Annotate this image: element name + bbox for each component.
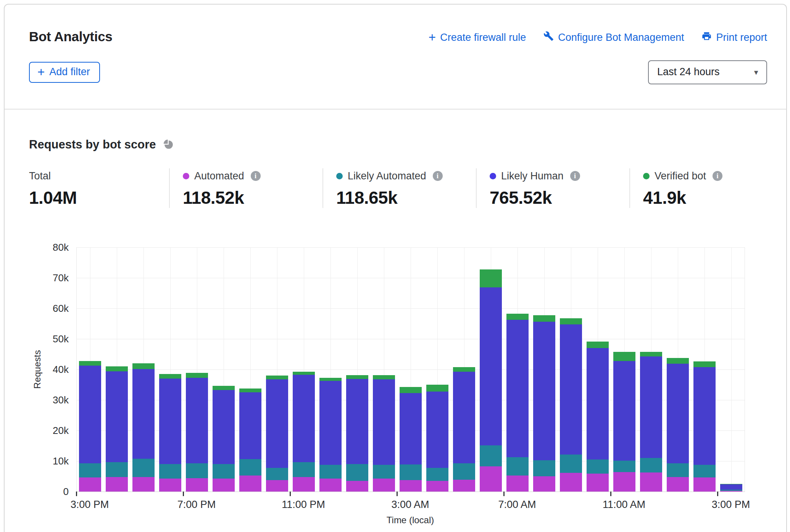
stacked-bar-500am[interactable] <box>453 367 475 492</box>
bar-segment-likely-human <box>132 369 155 458</box>
bar-slot <box>317 247 344 492</box>
requests-stacked-bar-chart: Requests 010k20k30k40k50k60k70k80k 3:00 … <box>29 223 767 529</box>
stat-likely-automated-value: 118.65k <box>336 187 476 208</box>
stacked-bar-1000am[interactable] <box>587 342 609 492</box>
stacked-bar-1100am[interactable] <box>613 352 635 492</box>
add-filter-button[interactable]: + Add filter <box>29 62 100 83</box>
stat-automated-label: Automated <box>194 170 244 182</box>
bar-segment-verified-bot <box>132 363 155 369</box>
bar-slot <box>264 247 290 492</box>
bar-segment-likely-automated <box>346 464 368 481</box>
printer-icon <box>701 31 712 44</box>
stacked-bar-500pm[interactable] <box>132 363 155 492</box>
time-range-dropdown[interactable]: Last 24 hours ▼ <box>648 60 767 84</box>
x-tick-label: 7:00 AM <box>498 499 536 511</box>
stacked-bar-200am[interactable] <box>373 375 395 492</box>
plus-icon: + <box>37 68 45 77</box>
add-filter-label: Add filter <box>49 66 90 78</box>
stacked-bar-200pm[interactable] <box>693 361 716 492</box>
bar-segment-likely-human <box>159 379 181 464</box>
stacked-bar-300am[interactable] <box>400 387 422 492</box>
stacked-bar-1100pm[interactable] <box>293 372 315 492</box>
stacked-bar-100am[interactable] <box>346 375 368 492</box>
stacked-bar-400pm[interactable] <box>106 366 128 492</box>
bar-segment-verified-bot <box>186 373 208 378</box>
bar-segment-likely-automated <box>560 455 582 473</box>
x-tick <box>717 492 718 496</box>
bar-segment-verified-bot <box>613 352 635 361</box>
x-tick <box>183 492 184 496</box>
bar-segment-verified-bot <box>667 358 689 364</box>
x-tick-label: 11:00 PM <box>282 499 325 511</box>
y-tick-label: 50k <box>53 333 69 345</box>
info-icon[interactable]: i <box>713 171 722 181</box>
bar-segment-likely-human <box>720 484 742 490</box>
bar-segment-likely-automated <box>319 465 342 479</box>
info-icon[interactable]: i <box>433 171 443 181</box>
stacked-bar-600am[interactable] <box>480 269 502 492</box>
stacked-bar-600pm[interactable] <box>159 374 181 492</box>
stacked-bar-700pm[interactable] <box>186 373 208 492</box>
bar-segment-likely-human <box>400 393 422 464</box>
bar-segment-likely-human <box>79 366 101 464</box>
stacked-bar-800am[interactable] <box>533 315 555 492</box>
bar-segment-automated <box>213 479 235 492</box>
bar-segment-likely-human <box>667 364 689 464</box>
bar-segment-automated <box>106 477 128 492</box>
bar-segment-verified-bot <box>693 361 716 367</box>
stacked-bar-300pm[interactable] <box>720 484 742 492</box>
stats-row: Total 1.04M Automated i 118.52k Likely A… <box>29 168 767 208</box>
stacked-bar-1000pm[interactable] <box>266 376 288 492</box>
stacked-bar-900am[interactable] <box>560 318 582 492</box>
stacked-bar-800pm[interactable] <box>213 386 235 492</box>
x-tick-label: 11:00 AM <box>603 499 645 511</box>
bar-slot <box>664 247 691 492</box>
info-icon[interactable]: i <box>251 171 261 181</box>
bar-segment-automated <box>667 477 689 492</box>
y-tick-label: 40k <box>53 364 69 376</box>
chevron-down-icon: ▼ <box>753 67 759 77</box>
print-report-link[interactable]: Print report <box>701 31 767 44</box>
bar-segment-likely-human <box>426 392 448 468</box>
bar-slot <box>611 247 638 492</box>
bar-slot <box>504 247 531 492</box>
configure-bot-management-link[interactable]: Configure Bot Management <box>543 31 684 44</box>
bar-segment-likely-human <box>373 379 395 465</box>
bar-segment-verified-bot <box>79 361 101 365</box>
bar-segment-likely-human <box>266 379 288 468</box>
print-report-label: Print report <box>716 32 767 44</box>
stacked-bar-1200am[interactable] <box>319 378 342 492</box>
section-title: Requests by bot score <box>29 138 156 152</box>
bar-segment-verified-bot <box>373 375 395 379</box>
bar-segment-automated <box>159 479 181 492</box>
stat-verified-bot: Verified bot i 41.9k <box>629 168 783 208</box>
stacked-bar-700am[interactable] <box>506 314 529 492</box>
bar-segment-automated <box>480 466 502 492</box>
page-title: Bot Analytics <box>29 29 112 44</box>
stacked-bar-1200pm[interactable] <box>640 352 662 492</box>
bar-segment-likely-automated <box>667 463 689 477</box>
info-icon[interactable]: i <box>570 171 580 181</box>
stat-total-label: Total <box>29 170 51 182</box>
bar-segment-likely-automated <box>266 468 288 480</box>
y-tick-label: 80k <box>53 242 69 253</box>
stacked-bar-900pm[interactable] <box>239 389 261 492</box>
x-tick <box>397 492 398 496</box>
bar-segment-likely-human <box>480 287 502 445</box>
bar-segment-verified-bot <box>159 374 181 379</box>
bar-segment-likely-automated <box>587 459 609 474</box>
bar-segment-automated <box>239 476 261 492</box>
stacked-bar-100pm[interactable] <box>667 358 689 492</box>
bar-slot <box>424 247 451 492</box>
create-firewall-rule-link[interactable]: + Create firewall rule <box>429 31 526 44</box>
stacked-bar-400am[interactable] <box>426 385 448 492</box>
bar-segment-likely-human <box>640 356 662 458</box>
bar-segment-likely-human <box>693 367 716 465</box>
bar-slot <box>371 247 397 492</box>
bar-segment-likely-human <box>106 371 128 462</box>
bar-segment-verified-bot <box>400 387 422 393</box>
stacked-bar-300pm[interactable] <box>79 361 101 492</box>
bar-segment-automated <box>587 474 609 492</box>
x-tick <box>76 492 77 496</box>
y-tick-label: 20k <box>53 425 69 437</box>
